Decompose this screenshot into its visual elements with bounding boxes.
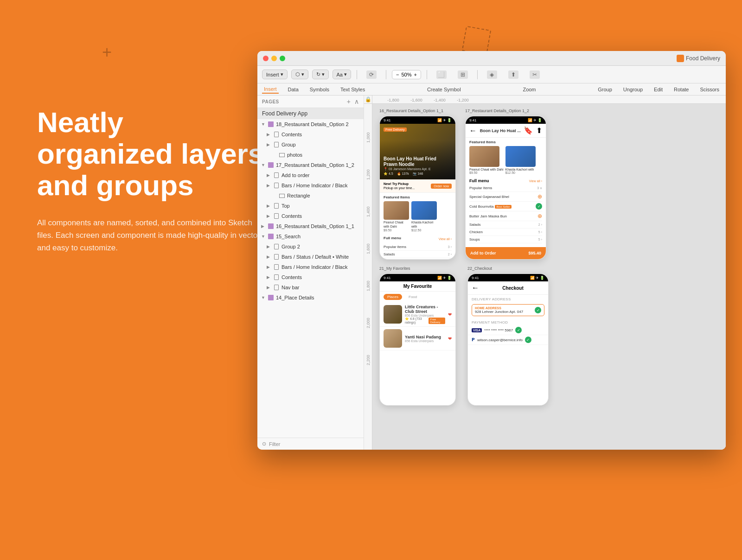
edit-tab[interactable]: Edit [652, 86, 665, 93]
fullscreen-button[interactable] [280, 56, 285, 61]
layer-bars-home-1-arrow: ▶ [267, 183, 271, 188]
text-button[interactable]: Aa ▾ [333, 70, 351, 79]
screen2-view-all[interactable]: View all › [529, 179, 542, 183]
screen2-back-icon[interactable]: ← [469, 127, 477, 135]
tab-symbols[interactable]: Symbols [308, 86, 331, 93]
layer-15[interactable]: ▼ 15_Search [257, 231, 364, 242]
mirror-action[interactable]: ⟳ [363, 70, 380, 79]
traffic-lights [263, 56, 285, 61]
layer-contents-3[interactable]: ▶ Contents [257, 272, 364, 282]
layer-contents-2[interactable]: ▶ Contents [257, 211, 364, 221]
layer-button[interactable]: ⬡ ▾ [291, 70, 308, 79]
screen2-chicken-count: 5 › [538, 230, 542, 234]
screen1-view-all[interactable]: View all › [439, 237, 452, 241]
screen2-bhel-add-icon[interactable]: ⊕ [537, 193, 542, 200]
screen2-butter-name: Butter Jam Maska Bun [469, 214, 507, 218]
fav-tab-places[interactable]: Places [384, 294, 402, 300]
filter-bar[interactable]: ⊙ Filter [257, 438, 364, 450]
ruler-mark-2: -1,600 [405, 98, 428, 102]
tab-data[interactable]: Data [286, 86, 301, 93]
layer-top[interactable]: ▶ Top [257, 201, 364, 211]
tab-insert[interactable]: Insert [262, 85, 279, 94]
layer-17[interactable]: ▼ 17_Restaurant Details_Option 1_2 [257, 160, 364, 170]
rotate-tab[interactable]: Rotate [672, 86, 691, 93]
layer-18[interactable]: ▼ 18_Restaurant Details_Option 2 [257, 119, 364, 129]
layer-contents-3-icon [273, 274, 280, 280]
screen2-icons: 📶 ✈ 🔋 [528, 118, 542, 122]
zoom-minus-icon[interactable]: − [396, 72, 399, 77]
layer-contents-1[interactable]: ▶ Contents [257, 129, 364, 140]
screen-label-22: 22_Checkout [467, 266, 492, 271]
fav-heart-1[interactable]: ❤ [448, 312, 452, 317]
visa-check-icon: ✓ [515, 327, 522, 333]
screen2-soups-name: Soups [469, 237, 480, 242]
layer-bars-home-1[interactable]: ▶ Bars / Home Indicator / Black [257, 180, 364, 191]
screen2-soups-count: 5 › [538, 238, 542, 241]
fav-name-2: Yanti Nasi Padang [405, 335, 445, 339]
arrange-action[interactable]: ⊞ [454, 70, 472, 79]
paypal-icon: 𝗣 [472, 337, 475, 342]
phone-frame-16: 9:41 📶 ✈ 🔋 Free Delivery Boon Lay Ho Hua… [379, 116, 456, 260]
fav-tab-food[interactable]: Food [405, 294, 421, 300]
screen2-salads: Salads 2 › [469, 221, 542, 229]
layer-nav-bar[interactable]: ▶ Nav bar [257, 282, 364, 293]
screen1-pickup-text: New! Try PickupPickup on your time... [384, 182, 415, 190]
zoom-control[interactable]: − 50% + [392, 70, 421, 79]
layer-bars-status[interactable]: ▶ Bars / Status / Default • White [257, 252, 364, 262]
ruler-v-2: 1,200 [366, 143, 371, 180]
screen1-icons: 📶 ✈ 🔋 [437, 118, 452, 122]
page-item[interactable]: Food Delivery App [257, 108, 364, 119]
screen2-share-icon[interactable]: ⬆ [536, 126, 542, 135]
checkout-back-icon[interactable]: ← [472, 284, 479, 292]
fav-heart-2[interactable]: ❤ [448, 336, 452, 341]
layer-group-1[interactable]: ▶ Group [257, 140, 364, 150]
minimize-button[interactable] [271, 56, 277, 61]
scissors-tab[interactable]: Scissors [698, 86, 721, 93]
scissors-action[interactable]: ✂ [526, 70, 544, 79]
layer-contents-2-arrow: ▶ [267, 214, 271, 218]
insert-button[interactable]: Insert ▾ [262, 70, 288, 79]
screen2-cold-check: ✓ [536, 203, 542, 210]
food-price-1: $9.50 [384, 229, 409, 232]
layer-rectangle-name: Rectangle [287, 193, 360, 198]
layer-rectangle[interactable]: Rectangle [257, 191, 364, 201]
main-content: PAGES + ∧ Food Delivery App ▼ 18_Restaur… [257, 95, 726, 450]
layer-14[interactable]: ▼ 14_Place Details [257, 293, 364, 303]
screen2-bookmark-icon[interactable]: 🔖 [524, 126, 533, 135]
collapse-pages-button[interactable]: ∧ [354, 98, 359, 105]
screen2-butter-add-icon[interactable]: ⊕ [537, 213, 542, 219]
screen2-cold: Cold BournvitaBest Seller ✓ [469, 202, 542, 211]
zoom-tab[interactable]: Zoom [521, 86, 537, 93]
screen1-order-btn[interactable]: Order now [431, 184, 452, 189]
group-toggle-action[interactable]: ⬜ [433, 70, 450, 79]
screen2-title: Boon Lay Ho Huat ... [480, 128, 521, 133]
zoom-value: 50% [401, 72, 411, 77]
visa-badge: VISA [472, 328, 482, 332]
ungroup-tab[interactable]: Ungroup [621, 86, 645, 93]
layer-photos[interactable]: photos [257, 150, 364, 160]
close-button[interactable] [263, 56, 269, 61]
home-address-content: HOME ADDRESS 928 Lehner Junction Apt. 04… [475, 306, 523, 314]
layer-bars-home-2-arrow: ▶ [267, 265, 271, 269]
layer-bars-home-2-icon [273, 264, 280, 270]
layer-group2[interactable]: ▶ Group 2 [257, 242, 364, 252]
zoom-plus-icon[interactable]: + [414, 72, 416, 77]
create-symbol-btn[interactable]: Create Symbol [425, 86, 463, 93]
screen2-full-menu: Full menu [469, 178, 489, 183]
layer-16[interactable]: ▶ 16_Restaurant Details_Option 1_1 [257, 221, 364, 231]
layer-add-to-order[interactable]: ▶ Add to order [257, 170, 364, 180]
tab-text-styles[interactable]: Text Styles [339, 86, 367, 93]
layer-contents-1-arrow: ▶ [267, 132, 271, 137]
screen1-featured-title: Featured Items [384, 195, 452, 199]
layer-bars-home-2[interactable]: ▶ Bars / Home Indicator / Black [257, 262, 364, 272]
toolbar-row1: Insert ▾ ⬡ ▾ ↻ ▾ Aa ▾ ⟳ − 50% + ⬜ ⊞ [257, 66, 726, 83]
transform-button[interactable]: ↻ ▾ [312, 70, 329, 79]
style-action[interactable]: ◈ [483, 70, 501, 79]
export-action[interactable]: ⬆ [505, 70, 522, 79]
add-page-button[interactable]: + [347, 98, 351, 105]
pages-label: PAGES [262, 99, 279, 104]
add-to-order-bar[interactable]: Add to Order $95.40 [466, 247, 546, 259]
checkout-time: 9:41 [472, 276, 479, 280]
group-tab[interactable]: Group [596, 86, 614, 93]
food-name-1: Peanut Chaat with Dahi [384, 221, 409, 229]
